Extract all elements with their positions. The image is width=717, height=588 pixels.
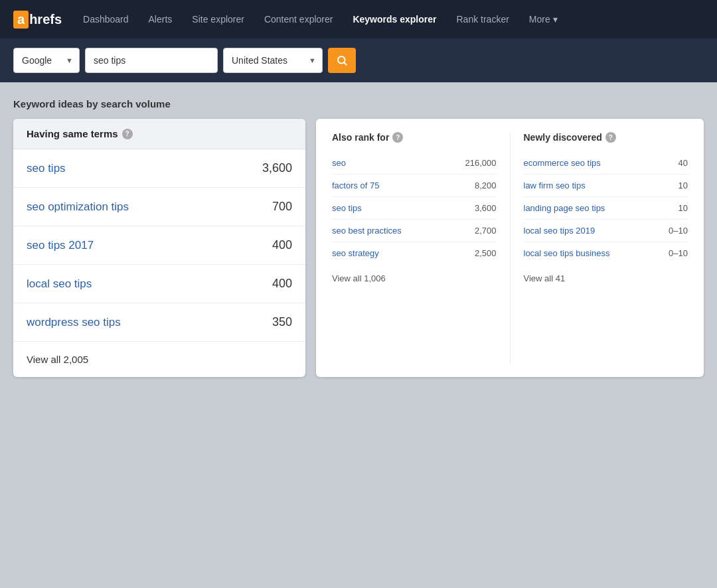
also-rank-link-3[interactable]: seo best practices: [332, 226, 402, 236]
keyword-item-3[interactable]: local seo tips 400: [13, 265, 305, 303]
navbar: a hrefs Dashboard Alerts Site explorer C…: [0, 0, 717, 38]
search-input[interactable]: [85, 48, 218, 73]
left-panel-header: Having same terms ?: [13, 119, 305, 149]
engine-select[interactable]: Google Bing YouTube: [13, 48, 80, 73]
logo[interactable]: a hrefs: [13, 11, 62, 29]
newly-disc-link-2[interactable]: landing page seo tips: [524, 203, 605, 213]
left-panel: Having same terms ? seo tips 3,600 seo o…: [13, 119, 305, 377]
keyword-link-1[interactable]: seo optimization tips: [27, 200, 129, 214]
keyword-volume-1: 700: [272, 200, 292, 214]
keyword-list: seo tips 3,600 seo optimization tips 700…: [13, 149, 305, 377]
newly-disc-vol-2: 10: [678, 203, 688, 213]
also-rank-vol-1: 8,200: [475, 181, 497, 190]
keyword-link-4[interactable]: wordpress seo tips: [27, 316, 121, 329]
newly-disc-view-all[interactable]: View all 41: [524, 273, 688, 283]
also-rank-for-info-icon[interactable]: ?: [392, 132, 403, 143]
search-icon: [336, 54, 348, 66]
nav-keywords-explorer[interactable]: Keywords explorer: [345, 10, 444, 29]
engine-select-wrap: Google Bing YouTube ▼: [13, 48, 80, 73]
newly-disc-vol-4: 0–10: [669, 248, 688, 258]
nav-content-explorer[interactable]: Content explorer: [256, 10, 341, 29]
newly-disc-row-3: local seo tips 2019 0–10: [524, 220, 688, 242]
newly-disc-link-3[interactable]: local seo tips 2019: [524, 226, 596, 236]
keyword-link-0[interactable]: seo tips: [27, 162, 66, 175]
main-content: Keyword ideas by search volume Having sa…: [0, 82, 717, 588]
also-rank-link-1[interactable]: factors of 75: [332, 181, 380, 190]
panels-row: Having same terms ? seo tips 3,600 seo o…: [13, 119, 704, 377]
search-button[interactable]: [328, 48, 356, 73]
newly-disc-vol-0: 40: [678, 158, 688, 168]
also-rank-row-3: seo best practices 2,700: [332, 220, 497, 242]
country-select-wrap: United States United Kingdom Canada ▼: [223, 48, 323, 73]
also-rank-vol-3: 2,700: [475, 226, 497, 236]
left-panel-title: Having same terms ?: [27, 128, 292, 139]
search-bar: Google Bing YouTube ▼ United States Unit…: [0, 38, 717, 82]
logo-hrefs-text: hrefs: [29, 12, 62, 27]
keyword-volume-2: 400: [272, 238, 292, 252]
logo-a-letter: a: [13, 11, 29, 29]
also-rank-row-0: seo 216,000: [332, 152, 497, 175]
also-rank-row-4: seo strategy 2,500: [332, 242, 497, 264]
newly-discovered-info-icon[interactable]: ?: [605, 132, 616, 143]
right-panel: Also rank for ? seo 216,000 factors of 7…: [316, 119, 704, 377]
newly-disc-link-4[interactable]: local seo tips business: [524, 248, 610, 258]
newly-discovered-title-text: Newly discovered: [524, 132, 602, 143]
also-rank-for-title: Also rank for ?: [332, 132, 497, 143]
newly-disc-row-1: law firm seo tips 10: [524, 175, 688, 197]
also-rank-vol-4: 2,500: [475, 248, 497, 258]
section-title: Keyword ideas by search volume: [13, 98, 704, 110]
newly-disc-link-1[interactable]: law firm seo tips: [524, 181, 586, 190]
left-panel-view-all[interactable]: View all 2,005: [13, 342, 305, 377]
also-rank-link-0[interactable]: seo: [332, 158, 346, 168]
nav-dashboard[interactable]: Dashboard: [75, 10, 137, 29]
newly-disc-row-0: ecommerce seo tips 40: [524, 152, 688, 175]
left-panel-title-text: Having same terms: [27, 128, 118, 139]
nav-more[interactable]: More ▾: [521, 10, 566, 29]
country-select[interactable]: United States United Kingdom Canada: [223, 48, 323, 73]
keyword-item-0[interactable]: seo tips 3,600: [13, 149, 305, 188]
also-rank-for-col: Also rank for ? seo 216,000 factors of 7…: [332, 132, 510, 364]
also-rank-vol-0: 216,000: [465, 158, 497, 168]
keyword-item-2[interactable]: seo tips 2017 400: [13, 226, 305, 265]
also-rank-link-4[interactable]: seo strategy: [332, 248, 379, 258]
also-rank-row-1: factors of 75 8,200: [332, 175, 497, 197]
keyword-volume-3: 400: [272, 277, 292, 291]
keyword-item-4[interactable]: wordpress seo tips 350: [13, 303, 305, 342]
newly-disc-vol-1: 10: [678, 181, 688, 190]
having-same-terms-info-icon[interactable]: ?: [122, 129, 133, 139]
nav-rank-tracker[interactable]: Rank tracker: [449, 10, 517, 29]
newly-discovered-col: Newly discovered ? ecommerce seo tips 40…: [510, 132, 688, 364]
also-rank-view-all[interactable]: View all 1,006: [332, 273, 497, 283]
newly-disc-link-0[interactable]: ecommerce seo tips: [524, 158, 601, 168]
also-rank-for-title-text: Also rank for: [332, 132, 389, 143]
also-rank-vol-2: 3,600: [475, 203, 497, 213]
keyword-volume-4: 350: [272, 315, 292, 329]
nav-site-explorer[interactable]: Site explorer: [184, 10, 252, 29]
keyword-link-3[interactable]: local seo tips: [27, 277, 92, 291]
nav-alerts[interactable]: Alerts: [141, 10, 181, 29]
also-rank-row-2: seo tips 3,600: [332, 197, 497, 220]
newly-disc-row-4: local seo tips business 0–10: [524, 242, 688, 264]
also-rank-link-2[interactable]: seo tips: [332, 203, 362, 213]
newly-discovered-title: Newly discovered ?: [524, 132, 688, 143]
keyword-volume-0: 3,600: [262, 161, 292, 175]
keyword-item-1[interactable]: seo optimization tips 700: [13, 188, 305, 226]
newly-disc-vol-3: 0–10: [669, 226, 688, 236]
svg-line-1: [344, 62, 346, 64]
newly-disc-row-2: landing page seo tips 10: [524, 197, 688, 220]
keyword-link-2[interactable]: seo tips 2017: [27, 239, 94, 252]
